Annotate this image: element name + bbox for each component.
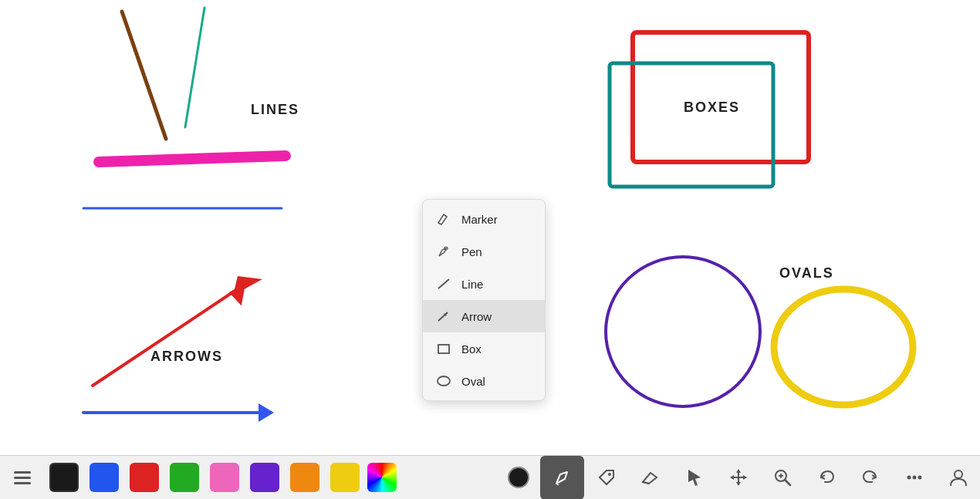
eraser-icon [640, 467, 661, 488]
box-icon [435, 340, 452, 357]
move-icon [728, 467, 749, 488]
menu-item-marker-label: Marker [461, 213, 498, 226]
svg-marker-8 [259, 403, 274, 422]
menu-item-arrow-label: Arrow [461, 310, 492, 323]
svg-line-25 [643, 482, 649, 484]
more-button[interactable] [892, 456, 936, 500]
boxes-label: BOXES [684, 99, 740, 115]
pen-icon [435, 243, 452, 260]
tool-dropdown-menu: Marker Pen Line [422, 199, 546, 401]
toolbar [0, 455, 980, 499]
orange-color-swatch[interactable] [287, 463, 323, 492]
svg-point-31 [912, 476, 916, 480]
line-icon [435, 275, 452, 292]
svg-line-13 [444, 214, 447, 217]
yellow-color-swatch[interactable] [327, 463, 363, 492]
menu-item-pen-label: Pen [461, 245, 482, 258]
menu-item-line-label: Line [461, 278, 483, 291]
undo-button[interactable] [804, 456, 848, 500]
svg-rect-20 [14, 471, 31, 474]
blue-color-swatch[interactable] [86, 463, 122, 492]
menu-item-oval-label: Oval [461, 375, 485, 388]
svg-point-24 [608, 473, 611, 476]
user-button[interactable] [936, 456, 980, 500]
zoom-tool-button[interactable] [760, 456, 804, 500]
svg-point-19 [438, 376, 450, 386]
more-icon [904, 467, 925, 488]
redo-icon [860, 467, 881, 488]
svg-point-11 [606, 257, 760, 406]
label-tool-button[interactable] [584, 456, 628, 500]
svg-point-33 [955, 470, 962, 478]
menu-item-line[interactable]: Line [423, 268, 545, 300]
menu-item-box-label: Box [461, 342, 482, 356]
user-icon [948, 467, 969, 488]
canvas-area[interactable]: LINES ARROWS BOXES OVALS [0, 0, 980, 455]
ovals-label: OVALS [779, 265, 834, 281]
black-color-swatch[interactable] [46, 463, 82, 492]
purple-color-swatch[interactable] [247, 463, 282, 492]
svg-point-12 [774, 289, 913, 405]
menu-item-box[interactable]: Box [423, 332, 545, 365]
multicolor-swatch[interactable] [367, 463, 397, 492]
svg-point-30 [907, 476, 911, 480]
svg-line-23 [556, 484, 559, 485]
svg-point-32 [917, 476, 921, 480]
pen-active-icon [552, 467, 573, 488]
red-color-swatch[interactable] [127, 463, 162, 492]
svg-marker-6 [233, 276, 262, 295]
svg-line-0 [122, 12, 166, 139]
svg-line-4 [93, 284, 245, 386]
menu-item-arrow[interactable]: Arrow [423, 300, 545, 332]
svg-rect-18 [438, 345, 449, 353]
menu-item-oval[interactable]: Oval [423, 365, 545, 397]
svg-line-15 [438, 279, 449, 288]
menu-item-pen[interactable]: Pen [423, 235, 545, 268]
marker-icon [435, 211, 452, 228]
color-dot-button[interactable] [496, 456, 540, 500]
pen-tool-button[interactable] [540, 456, 584, 500]
svg-line-27 [785, 480, 790, 485]
arrow-icon [435, 308, 452, 325]
redo-button[interactable] [848, 456, 892, 500]
lines-label: LINES [251, 102, 299, 117]
green-color-swatch[interactable] [167, 463, 202, 492]
pink-color-swatch[interactable] [207, 463, 242, 492]
svg-rect-22 [14, 482, 31, 484]
select-tool-button[interactable] [672, 456, 716, 500]
svg-rect-9 [633, 32, 809, 162]
select-icon [684, 467, 705, 488]
svg-line-1 [185, 8, 204, 127]
zoom-icon [772, 467, 793, 488]
label-icon [596, 467, 617, 488]
undo-icon [816, 467, 837, 488]
oval-icon [435, 373, 452, 389]
menu-item-marker[interactable]: Marker [423, 203, 545, 235]
eraser-tool-button[interactable] [628, 456, 672, 500]
arrows-label: ARROWS [150, 349, 223, 364]
hamburger-icon [12, 467, 33, 488]
hamburger-button[interactable] [0, 456, 44, 500]
move-tool-button[interactable] [716, 456, 760, 500]
svg-rect-21 [14, 477, 31, 479]
svg-line-2 [99, 156, 286, 162]
